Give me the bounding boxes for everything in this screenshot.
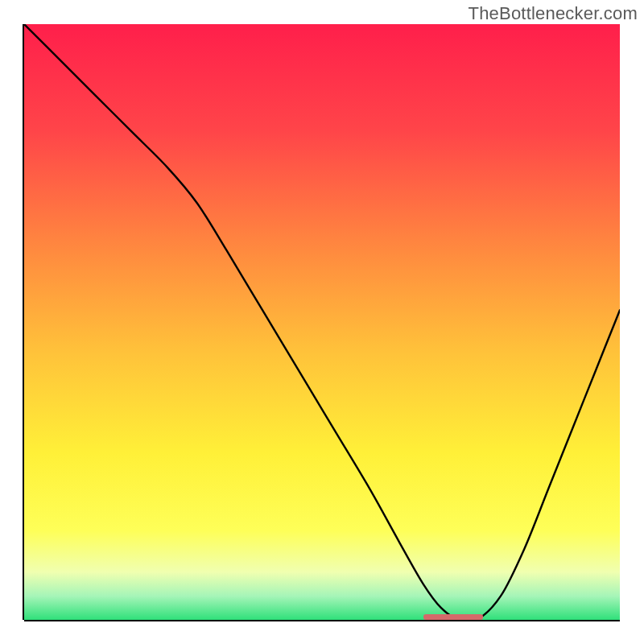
x-axis xyxy=(24,620,620,621)
watermark-text: TheBottlenecker.com xyxy=(469,3,638,24)
y-axis xyxy=(23,24,24,620)
plot-area xyxy=(24,24,620,620)
chart-container: TheBottlenecker.com xyxy=(0,0,644,644)
bottom-marker xyxy=(423,614,483,620)
bottleneck-curve-path xyxy=(24,24,620,620)
curve-svg xyxy=(24,24,620,620)
